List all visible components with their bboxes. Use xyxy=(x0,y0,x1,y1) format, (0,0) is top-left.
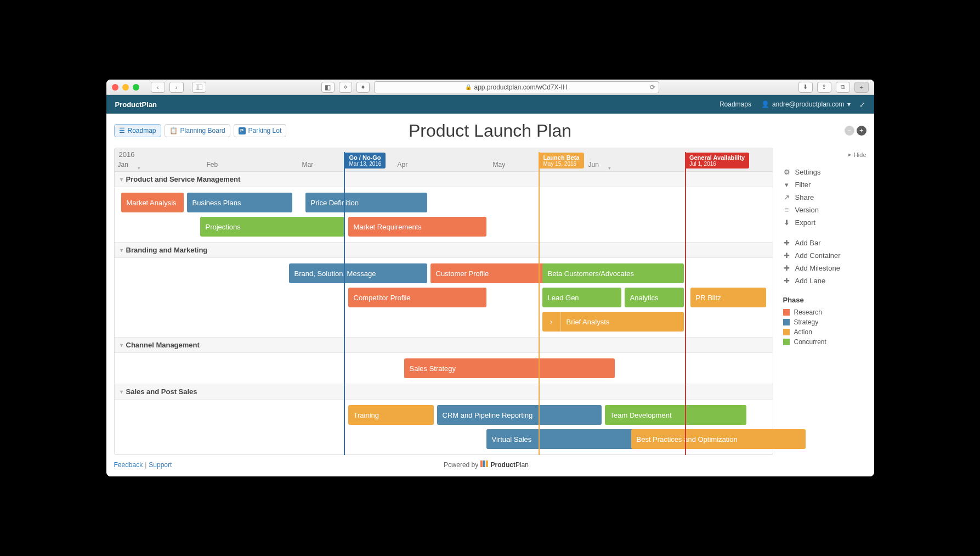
bar-label: Brand, Solution, Message xyxy=(294,269,376,278)
roadmap-bar[interactable]: Projections xyxy=(200,217,345,237)
fullscreen-icon[interactable]: ⤢ xyxy=(859,100,865,109)
roadmap-bar[interactable]: PR Blitz xyxy=(690,288,766,307)
month-label: Jan xyxy=(118,161,128,169)
sidebar-add-container[interactable]: ✚Add Container xyxy=(783,249,866,262)
nav-back-button[interactable]: ‹ xyxy=(151,82,165,93)
roadmap-bar[interactable]: Price Definition xyxy=(305,193,427,212)
sidebar-add-milestone-label: Add Milestone xyxy=(795,264,840,272)
tab-parking-lot[interactable]: P Parking Lot xyxy=(234,124,287,137)
url-bar[interactable]: 🔒 app.productplan.com/wCd7X-IH ⟳ xyxy=(374,81,659,93)
roadmap-bar[interactable]: Team Development xyxy=(605,405,746,425)
chevron-right-icon: ▸ xyxy=(848,151,852,158)
roadmap-bar[interactable]: Beta Customers/Advocates xyxy=(542,263,684,283)
sidebar-share-label: Share xyxy=(795,193,814,201)
milestone-name: Launch Beta xyxy=(543,154,580,161)
roadmap-bar[interactable]: Lead Gen xyxy=(542,288,621,307)
chevron-down-icon: ▾ xyxy=(120,389,123,395)
toolbar-row: ☰ Roadmap 📋 Planning Board P Parking Lot… xyxy=(106,114,874,148)
reload-icon[interactable]: ⟳ xyxy=(650,83,655,91)
chevron-down-icon: ▾ xyxy=(608,165,611,171)
traffic-minimize-icon[interactable] xyxy=(122,84,129,91)
milestone-date: May 15, 2016 xyxy=(543,161,580,167)
gear-icon: ⚙ xyxy=(783,168,791,176)
legend-item[interactable]: Concurrent xyxy=(783,337,866,347)
sidebar-export-label: Export xyxy=(795,218,816,227)
lane-header[interactable]: ▾Sales and Post Sales xyxy=(115,384,773,400)
powered-label: Powered by xyxy=(444,461,478,469)
extension-icon[interactable]: ◧ xyxy=(321,82,335,93)
tab-planning-board[interactable]: 📋 Planning Board xyxy=(165,124,230,137)
browser-window: ‹ › ◧ ✧ ✦ 🔒 app.productplan.com/wCd7X-IH… xyxy=(106,80,874,476)
sidebar-add-bar[interactable]: ✚Add Bar xyxy=(783,237,866,249)
productplan-logo: ProductPlan xyxy=(480,460,529,469)
roadmap-bar[interactable]: ›Brief Analysts xyxy=(542,312,684,332)
roadmap-bar[interactable]: Market Requirements xyxy=(348,217,486,237)
lanes-container: ▾Product and Service ManagementMarket An… xyxy=(114,172,773,455)
plus-icon: ✚ xyxy=(783,239,791,247)
filter-icon: ▾ xyxy=(783,181,791,189)
lane-body: Sales Strategy xyxy=(115,353,773,384)
roadmap-bar[interactable]: Brand, Solution, Message xyxy=(289,263,427,283)
share-button[interactable]: ⇪ xyxy=(817,82,831,93)
tabs-button[interactable]: ⧉ xyxy=(836,82,850,93)
bar-label: Projections xyxy=(206,223,241,231)
milestone-flag[interactable]: Go / No-GoMar 13, 2016 xyxy=(345,153,386,169)
app-header: ProductPlan Roadmaps 👤 andre@productplan… xyxy=(106,95,874,114)
roadmap-bar[interactable]: CRM and Pipeline Reporting xyxy=(437,405,602,425)
roadmap-bar[interactable]: Sales Strategy xyxy=(404,358,615,378)
lane-header[interactable]: ▾Channel Management xyxy=(115,338,773,353)
lock-icon: 🔒 xyxy=(465,84,472,90)
sidebar-filter[interactable]: ▾Filter xyxy=(783,178,866,191)
lane: ▾Channel ManagementSales Strategy xyxy=(115,338,773,384)
legend-item[interactable]: Action xyxy=(783,327,866,337)
legend-item[interactable]: Strategy xyxy=(783,317,866,327)
user-menu[interactable]: 👤 andre@productplan.com ▾ xyxy=(761,100,851,108)
milestone-flag[interactable]: General AvailabilityJul 1, 2016 xyxy=(685,153,749,169)
download-button[interactable]: ⬇ xyxy=(798,82,813,93)
traffic-zoom-icon[interactable] xyxy=(133,84,139,91)
milestone-flag[interactable]: Launch BetaMay 15, 2016 xyxy=(539,153,584,169)
roadmap-bar[interactable]: Business Plans xyxy=(187,193,292,212)
tab-roadmap[interactable]: ☰ Roadmap xyxy=(114,124,161,137)
traffic-close-icon[interactable] xyxy=(112,84,118,91)
legend-label: Action xyxy=(794,328,812,336)
lane-header[interactable]: ▾Branding and Marketing xyxy=(115,243,773,258)
roadmap-bar[interactable]: Analytics xyxy=(625,288,684,307)
lane: ▾Product and Service ManagementMarket An… xyxy=(115,172,773,243)
sidebar-toggle-button[interactable] xyxy=(192,82,206,93)
lane: ▾Branding and MarketingBrand, Solution, … xyxy=(115,243,773,338)
roadmap-bar[interactable]: Training xyxy=(348,405,434,425)
version-icon: ≡ xyxy=(783,206,791,214)
sidebar-add-lane[interactable]: ✚Add Lane xyxy=(783,274,866,287)
lane-header[interactable]: ▾Product and Service Management xyxy=(115,172,773,187)
chevron-down-icon: ▾ xyxy=(120,176,123,182)
sidebar-version[interactable]: ≡Version xyxy=(783,204,866,216)
hide-sidebar-button[interactable]: ▸ Hide xyxy=(783,151,866,158)
zoom-out-button[interactable]: − xyxy=(845,126,854,136)
zoom-in-button[interactable]: + xyxy=(857,126,866,136)
support-link[interactable]: Support xyxy=(149,461,172,469)
lane-row: Market AnalysisBusiness PlansPrice Defin… xyxy=(115,190,773,215)
share-icon: ↗ xyxy=(783,193,791,201)
nav-roadmaps[interactable]: Roadmaps xyxy=(720,100,751,108)
sidebar-add-milestone[interactable]: ✚Add Milestone xyxy=(783,262,866,274)
milestone-name: Go / No-Go xyxy=(349,154,382,161)
sidebar-version-label: Version xyxy=(795,206,819,214)
timeline-header: 2016 Jan▾FebMarAprMayJun▾ Go / No-GoMar … xyxy=(114,148,773,172)
sidebar-export[interactable]: ⬇Export xyxy=(783,216,866,229)
new-tab-button[interactable]: + xyxy=(854,82,869,93)
sidebar-share[interactable]: ↗Share xyxy=(783,191,866,204)
extension-icon[interactable]: ✧ xyxy=(339,82,352,93)
lane-row: Virtual SalesBest Practices and Optimiza… xyxy=(115,427,773,451)
feedback-link[interactable]: Feedback xyxy=(114,461,143,469)
roadmap-bar[interactable]: Market Analysis xyxy=(121,193,184,212)
milestone-name: General Availability xyxy=(689,154,745,161)
extension-icon[interactable]: ✦ xyxy=(356,82,370,93)
board-icon: 📋 xyxy=(169,127,178,134)
roadmap-bar[interactable]: Best Practices and Optimization xyxy=(631,429,806,449)
roadmap-bar[interactable]: Competitor Profile xyxy=(348,288,486,307)
sidebar-settings[interactable]: ⚙Settings xyxy=(783,166,866,178)
legend-item[interactable]: Research xyxy=(783,307,866,317)
nav-forward-button[interactable]: › xyxy=(169,82,184,93)
bar-label: Business Plans xyxy=(192,199,241,207)
